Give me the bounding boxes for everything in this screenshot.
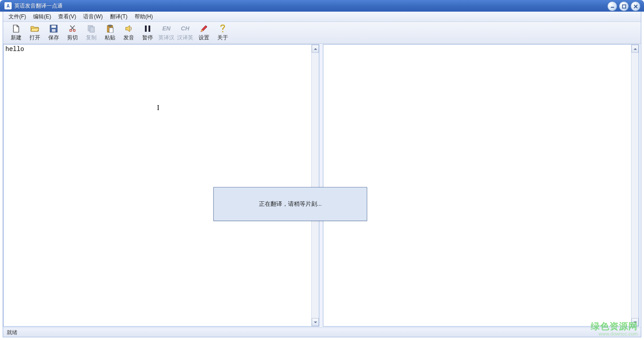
cut-button[interactable]: 剪切	[63, 23, 82, 42]
open-button[interactable]: 打开	[25, 23, 44, 42]
scroll-track[interactable]	[631, 53, 639, 318]
target-scrollbar[interactable]	[631, 45, 639, 326]
scroll-down-icon[interactable]	[312, 318, 319, 326]
app-icon: A	[4, 2, 12, 9]
window-title: 英语发音翻译一点通	[14, 2, 63, 10]
source-scrollbar[interactable]	[311, 45, 319, 326]
ch-icon: CH	[181, 24, 190, 33]
scroll-track[interactable]	[312, 53, 319, 318]
menu-view[interactable]: 查看(V)	[55, 12, 80, 21]
application-window: A 英语发音翻译一点通 文件(F) 编辑(E) 查看(V) 语音(W) 翻译(T…	[0, 0, 644, 340]
cn2en-label: 汉译英	[177, 34, 193, 42]
save-button[interactable]: 保存	[44, 23, 63, 42]
menu-file[interactable]: 文件(F)	[5, 12, 30, 21]
speak-button[interactable]: 发音	[119, 23, 138, 42]
en-icon: EN	[162, 24, 170, 33]
toolbar: 新建 打开 保存 剪切	[3, 22, 641, 44]
svg-point-16	[222, 31, 224, 32]
statusbar: 就绪	[3, 327, 641, 337]
copy-button[interactable]: 复制	[82, 23, 101, 42]
target-textarea[interactable]	[323, 45, 631, 326]
svg-rect-15	[148, 26, 150, 32]
client-area: 文件(F) 编辑(E) 查看(V) 语音(W) 翻译(T) 帮助(H) 新建 打…	[3, 12, 641, 337]
en-to-cn-button[interactable]: EN 英译汉	[157, 23, 176, 42]
source-pane	[3, 44, 319, 327]
pause-icon	[144, 24, 151, 33]
save-icon	[50, 24, 58, 33]
settings-label: 设置	[199, 34, 209, 42]
open-label: 打开	[30, 34, 40, 42]
scissors-icon	[68, 24, 76, 33]
scroll-up-icon[interactable]	[631, 45, 639, 53]
target-pane	[323, 44, 639, 327]
minimize-button[interactable]	[607, 1, 617, 11]
new-file-icon	[12, 24, 20, 33]
window-controls	[607, 1, 640, 11]
copy-icon	[87, 24, 95, 33]
save-label: 保存	[48, 34, 59, 42]
translating-message: 正在翻译，请稍等片刻...	[259, 200, 322, 207]
svg-point-8	[73, 29, 76, 31]
new-label: 新建	[11, 34, 21, 42]
maximize-button[interactable]	[619, 1, 629, 11]
scroll-down-icon[interactable]	[631, 318, 639, 326]
status-text: 就绪	[7, 329, 17, 336]
speaker-icon	[125, 24, 133, 33]
menu-voice[interactable]: 语音(W)	[80, 12, 106, 21]
menubar: 文件(F) 编辑(E) 查看(V) 语音(W) 翻译(T) 帮助(H)	[3, 12, 641, 22]
close-button[interactable]	[631, 1, 640, 11]
svg-rect-5	[51, 26, 56, 28]
svg-rect-6	[52, 29, 55, 32]
paste-icon	[106, 24, 114, 33]
pause-label: 暂停	[142, 34, 153, 42]
paste-label: 粘贴	[105, 34, 115, 42]
new-button[interactable]: 新建	[7, 23, 25, 42]
open-folder-icon	[30, 24, 39, 33]
menu-help[interactable]: 帮助(H)	[131, 12, 157, 21]
svg-rect-12	[109, 25, 111, 26]
cut-label: 剪切	[67, 34, 78, 42]
titlebar[interactable]: A 英语发音翻译一点通	[0, 0, 644, 12]
svg-rect-13	[109, 28, 113, 33]
menu-translate[interactable]: 翻译(T)	[106, 12, 131, 21]
svg-rect-14	[145, 26, 147, 32]
paste-button[interactable]: 粘贴	[101, 23, 119, 42]
svg-rect-10	[90, 27, 94, 32]
svg-point-7	[70, 29, 72, 31]
source-textarea[interactable]	[4, 45, 311, 326]
speak-label: 发音	[123, 34, 134, 42]
copy-label: 复制	[86, 34, 97, 42]
cn-to-en-button[interactable]: CH 汉译英	[176, 23, 195, 42]
help-icon	[219, 24, 226, 33]
translating-dialog: 正在翻译，请稍等片刻...	[213, 187, 367, 221]
pencil-icon	[200, 24, 208, 33]
scroll-up-icon[interactable]	[312, 45, 319, 53]
work-area: I 正在翻译，请稍等片刻...	[3, 44, 641, 327]
pause-button[interactable]: 暂停	[138, 23, 157, 42]
menu-edit[interactable]: 编辑(E)	[30, 12, 55, 21]
about-label: 关于	[217, 34, 228, 42]
svg-rect-1	[622, 4, 625, 8]
settings-button[interactable]: 设置	[195, 23, 213, 42]
about-button[interactable]: 关于	[213, 23, 232, 42]
en2cn-label: 英译汉	[158, 34, 174, 42]
